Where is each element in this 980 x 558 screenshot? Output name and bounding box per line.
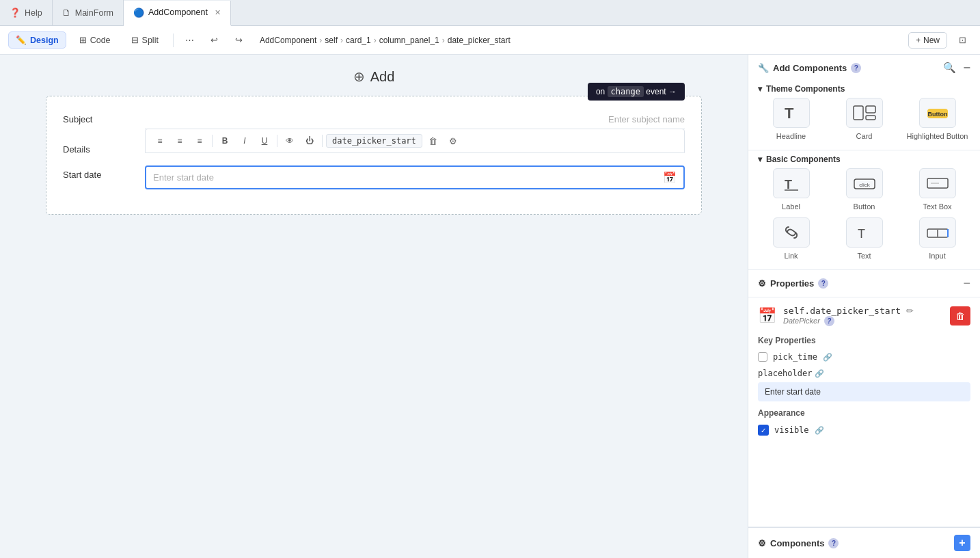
tab-mainform-label: MainForm (75, 8, 113, 18)
layout-toggle-button[interactable]: ⊡ (953, 31, 972, 50)
date-picker-input[interactable]: Enter start date 📅 (145, 165, 685, 189)
add-header: ⊕ Add (353, 68, 395, 85)
button-component[interactable]: click Button (831, 168, 897, 211)
toolbar-right: + New ⊡ (908, 31, 972, 50)
visible-link[interactable]: 🔗 (815, 426, 824, 435)
toolbar-sep-1 (173, 34, 174, 47)
bold-button[interactable]: B (216, 132, 234, 150)
label-component[interactable]: T Label (758, 168, 824, 211)
tab-addcomponent[interactable]: 🔵 AddComponent ✕ (124, 1, 231, 26)
placeholder-input[interactable] (758, 382, 970, 401)
align-right-button[interactable]: ≡ (191, 132, 208, 150)
redo-button[interactable]: ↪ (230, 31, 249, 50)
placeholder-row: placeholder 🔗 (758, 369, 970, 401)
start-date-row: Start date ≡ ≡ ≡ B I U 👁 ⏻ (63, 165, 685, 189)
headline-component[interactable]: T Headline (758, 98, 824, 140)
tab-help[interactable]: ❓ Help (0, 0, 53, 25)
split-label: Split (142, 36, 159, 45)
underline-button[interactable]: U (256, 132, 273, 150)
properties-header-left: ⚙ Properties ? (758, 278, 828, 289)
link-component[interactable]: Link (758, 217, 824, 260)
edit-name-button[interactable]: ✏ (906, 306, 914, 316)
component-name: self.date_picker_start (783, 306, 901, 316)
split-button[interactable]: ⊟ Split (124, 31, 166, 49)
breadcrumb-part-1[interactable]: self (325, 36, 338, 45)
properties-help[interactable]: ? (818, 278, 828, 289)
trash-icon[interactable]: 🗑 (424, 132, 442, 150)
visible-checkbox[interactable]: ✓ (758, 425, 769, 436)
collapse-properties-button[interactable] (963, 277, 970, 290)
align-left-button[interactable]: ≡ (151, 132, 169, 150)
properties-label: Properties (770, 278, 814, 289)
headline-icon: T (773, 98, 810, 128)
text-box-component[interactable]: Text Box (904, 168, 970, 211)
align-center-button[interactable]: ≡ (171, 132, 189, 150)
button-icon: click (846, 168, 883, 198)
input-component[interactable]: Input (904, 217, 970, 260)
more-options-button[interactable]: ⋯ (180, 31, 200, 50)
date-picker-toolbar: ≡ ≡ ≡ B I U 👁 ⏻ date_picker_start 🗑 ⚙ (145, 129, 685, 153)
breadcrumb-part-3[interactable]: column_panel_1 (379, 36, 439, 45)
card-icon (846, 98, 883, 128)
eye-button[interactable]: 👁 (281, 132, 299, 150)
new-button[interactable]: + New (908, 32, 947, 49)
pick-time-link[interactable]: 🔗 (823, 353, 832, 362)
design-icon: ✏️ (16, 35, 27, 45)
components-bottom-header[interactable]: ⚙ Components ? + (748, 528, 980, 558)
start-date-field: ≡ ≡ ≡ B I U 👁 ⏻ date_picker_start 🗑 ⚙ (145, 165, 685, 189)
text-icon: T (846, 217, 883, 248)
basic-component-grid-2: Link T Text (758, 217, 970, 267)
placeholder-label-text: placeholder 🔗 (758, 369, 970, 378)
design-button[interactable]: ✏️ Design (8, 31, 66, 49)
settings-icon[interactable]: ⚙ (444, 132, 462, 150)
headline-label: Headline (776, 132, 806, 140)
collapse-add-components-button[interactable] (963, 62, 970, 75)
code-icon: ⊞ (79, 35, 87, 45)
delete-component-button[interactable]: 🗑 (950, 306, 970, 326)
picker-name: date_picker_start (326, 134, 422, 148)
text-component[interactable]: T Text (831, 217, 897, 260)
breadcrumb-part-2[interactable]: card_1 (346, 36, 371, 45)
event-tooltip: on change event → (588, 83, 685, 101)
theme-header-left: Theme Components (758, 84, 845, 94)
add-label: Add (370, 69, 395, 85)
highlighted-button-component[interactable]: Button Highlighted Button (904, 98, 970, 140)
add-components-help[interactable]: ? (851, 63, 861, 73)
type-help[interactable]: ? (824, 316, 834, 326)
label-icon: T (773, 168, 810, 198)
components-help[interactable]: ? (828, 538, 839, 548)
properties-section: ⚙ Properties ? 📅 self.date_picker_start … (748, 270, 980, 527)
code-label: Code (90, 36, 111, 45)
power-button[interactable]: ⏻ (301, 132, 318, 150)
new-plus-icon: + (916, 36, 921, 45)
basic-chevron-icon (758, 155, 762, 164)
basic-components-group: Basic Components T Label (748, 150, 980, 269)
components-bottom-left: ⚙ Components ? (758, 538, 839, 548)
link-icon (773, 217, 810, 248)
code-button[interactable]: ⊞ Code (72, 31, 118, 49)
addcomponent-tab-icon: 🔵 (133, 8, 144, 18)
tab-addcomponent-close[interactable]: ✕ (215, 8, 221, 17)
card-component[interactable]: Card (831, 98, 897, 140)
calendar-icon[interactable]: 📅 (663, 171, 677, 184)
add-components-header[interactable]: 🔧 Add Components ? 🔍 (748, 55, 980, 81)
pick-time-checkbox[interactable] (758, 352, 767, 362)
undo-button[interactable]: ↩ (205, 31, 224, 50)
theme-components-header[interactable]: Theme Components (758, 81, 970, 98)
tab-mainform[interactable]: 🗋 MainForm (53, 0, 124, 25)
basic-components-header[interactable]: Basic Components (758, 150, 970, 168)
italic-button[interactable]: I (236, 132, 254, 150)
text-box-icon (919, 168, 956, 198)
subject-placeholder: Enter subject name (145, 110, 685, 129)
breadcrumb-sep-2: › (374, 36, 377, 45)
breadcrumb-part-0[interactable]: AddComponent (260, 36, 316, 45)
component-name-block: self.date_picker_start ✏ DatePicker ? (783, 306, 943, 326)
component-calendar-icon: 📅 (758, 307, 776, 325)
breadcrumb-part-4[interactable]: date_picker_start (448, 36, 511, 45)
visible-row: ✓ visible 🔗 (758, 425, 970, 436)
add-components-actions: 🔍 (943, 62, 970, 75)
input-label: Input (929, 252, 945, 260)
search-button[interactable]: 🔍 (943, 62, 956, 75)
placeholder-link[interactable]: 🔗 (815, 369, 824, 378)
add-component-button[interactable]: + (954, 535, 970, 551)
